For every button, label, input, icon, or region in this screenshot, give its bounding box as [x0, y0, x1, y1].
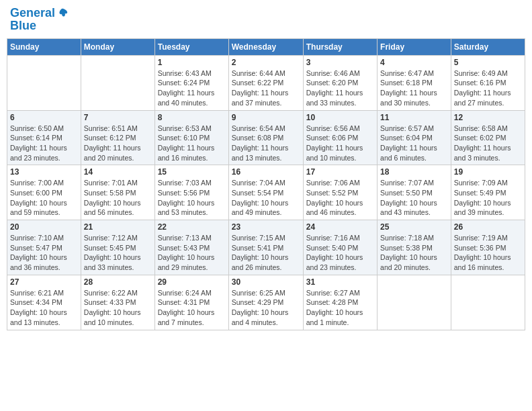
day-number: 16 — [232, 167, 300, 177]
day-number: 7 — [84, 113, 152, 122]
calendar-cell — [451, 275, 525, 330]
calendar-cell: 5Sunrise: 6:49 AMSunset: 6:16 PMDaylight… — [451, 55, 525, 110]
logo-bird-icon — [56, 7, 69, 19]
day-number: 24 — [306, 222, 374, 232]
calendar-week-row: 27Sunrise: 6:21 AMSunset: 4:34 PMDayligh… — [7, 275, 525, 330]
day-info: Sunrise: 6:44 AMSunset: 6:22 PMDaylight:… — [232, 68, 300, 108]
day-number: 6 — [10, 113, 78, 122]
day-number: 10 — [306, 113, 374, 122]
day-number: 9 — [232, 113, 300, 122]
day-info: Sunrise: 7:03 AMSunset: 5:56 PMDaylight:… — [158, 178, 226, 218]
calendar-week-row: 6Sunrise: 6:50 AMSunset: 6:14 PMDaylight… — [7, 110, 525, 165]
calendar-cell: 22Sunrise: 7:13 AMSunset: 5:43 PMDayligh… — [154, 220, 228, 275]
calendar-cell: 21Sunrise: 7:12 AMSunset: 5:45 PMDayligh… — [81, 220, 154, 275]
day-info: Sunrise: 7:16 AMSunset: 5:40 PMDaylight:… — [306, 233, 374, 273]
day-number: 8 — [158, 113, 226, 122]
calendar-cell: 9Sunrise: 6:54 AMSunset: 6:08 PMDaylight… — [228, 110, 303, 165]
weekday-header-tuesday: Tuesday — [154, 38, 228, 55]
day-info: Sunrise: 7:10 AMSunset: 5:47 PMDaylight:… — [10, 233, 78, 273]
calendar-cell: 25Sunrise: 7:18 AMSunset: 5:38 PMDayligh… — [378, 220, 451, 275]
calendar-cell: 4Sunrise: 6:47 AMSunset: 6:18 PMDaylight… — [378, 55, 451, 110]
calendar-cell: 16Sunrise: 7:04 AMSunset: 5:54 PMDayligh… — [228, 165, 303, 220]
calendar-cell: 13Sunrise: 7:00 AMSunset: 6:00 PMDayligh… — [7, 165, 81, 220]
day-info: Sunrise: 6:53 AMSunset: 6:10 PMDaylight:… — [158, 124, 226, 163]
calendar-week-row: 1Sunrise: 6:43 AMSunset: 6:24 PMDaylight… — [7, 55, 525, 110]
calendar-cell: 18Sunrise: 7:07 AMSunset: 5:50 PMDayligh… — [378, 165, 451, 220]
day-number: 27 — [10, 277, 78, 287]
day-info: Sunrise: 7:12 AMSunset: 5:45 PMDaylight:… — [84, 233, 152, 273]
day-number: 18 — [380, 167, 448, 177]
day-number: 13 — [10, 167, 78, 177]
calendar-cell: 30Sunrise: 6:25 AMSunset: 4:29 PMDayligh… — [228, 275, 303, 330]
day-info: Sunrise: 7:15 AMSunset: 5:41 PMDaylight:… — [232, 233, 300, 273]
day-info: Sunrise: 7:04 AMSunset: 5:54 PMDaylight:… — [232, 178, 300, 218]
day-info: Sunrise: 7:09 AMSunset: 5:49 PMDaylight:… — [454, 178, 522, 218]
calendar-week-row: 13Sunrise: 7:00 AMSunset: 6:00 PMDayligh… — [7, 165, 525, 220]
day-info: Sunrise: 6:25 AMSunset: 4:29 PMDaylight:… — [232, 288, 300, 328]
day-info: Sunrise: 7:18 AMSunset: 5:38 PMDaylight:… — [380, 233, 448, 273]
weekday-header-wednesday: Wednesday — [228, 38, 303, 55]
day-number: 22 — [158, 222, 226, 232]
calendar-cell: 1Sunrise: 6:43 AMSunset: 6:24 PMDaylight… — [154, 55, 228, 110]
day-info: Sunrise: 6:27 AMSunset: 4:28 PMDaylight:… — [306, 288, 374, 328]
calendar-cell — [81, 55, 154, 110]
calendar-cell: 28Sunrise: 6:22 AMSunset: 4:33 PMDayligh… — [81, 275, 154, 330]
day-number: 21 — [84, 222, 152, 232]
day-number: 31 — [306, 277, 374, 287]
weekday-header-friday: Friday — [378, 38, 451, 55]
day-info: Sunrise: 6:57 AMSunset: 6:04 PMDaylight:… — [380, 124, 448, 163]
day-info: Sunrise: 6:47 AMSunset: 6:18 PMDaylight:… — [380, 68, 448, 108]
calendar-cell: 19Sunrise: 7:09 AMSunset: 5:49 PMDayligh… — [451, 165, 525, 220]
calendar-cell: 27Sunrise: 6:21 AMSunset: 4:34 PMDayligh… — [7, 275, 81, 330]
day-info: Sunrise: 7:00 AMSunset: 6:00 PMDaylight:… — [10, 178, 78, 218]
calendar-cell: 24Sunrise: 7:16 AMSunset: 5:40 PMDayligh… — [303, 220, 377, 275]
day-info: Sunrise: 6:46 AMSunset: 6:20 PMDaylight:… — [306, 68, 374, 108]
weekday-header-thursday: Thursday — [303, 38, 377, 55]
day-info: Sunrise: 6:50 AMSunset: 6:14 PMDaylight:… — [10, 124, 78, 163]
weekday-header-saturday: Saturday — [451, 38, 525, 55]
logo-text-general: General — [10, 7, 55, 20]
calendar-cell: 6Sunrise: 6:50 AMSunset: 6:14 PMDaylight… — [7, 110, 81, 165]
day-info: Sunrise: 6:54 AMSunset: 6:08 PMDaylight:… — [232, 124, 300, 163]
calendar-cell: 26Sunrise: 7:19 AMSunset: 5:36 PMDayligh… — [451, 220, 525, 275]
weekday-header-monday: Monday — [81, 38, 154, 55]
calendar-cell — [7, 55, 81, 110]
day-number: 28 — [84, 277, 152, 287]
logo: General Blue — [10, 7, 69, 33]
day-info: Sunrise: 6:22 AMSunset: 4:33 PMDaylight:… — [84, 288, 152, 328]
day-number: 12 — [454, 113, 522, 122]
calendar-cell: 7Sunrise: 6:51 AMSunset: 6:12 PMDaylight… — [81, 110, 154, 165]
day-number: 14 — [84, 167, 152, 177]
calendar-table: SundayMondayTuesdayWednesdayThursdayFrid… — [7, 38, 525, 330]
page-header: General Blue — [7, 7, 525, 33]
day-info: Sunrise: 7:01 AMSunset: 5:58 PMDaylight:… — [84, 178, 152, 218]
day-number: 4 — [380, 58, 448, 67]
day-number: 15 — [158, 167, 226, 177]
calendar-cell: 23Sunrise: 7:15 AMSunset: 5:41 PMDayligh… — [228, 220, 303, 275]
day-info: Sunrise: 6:43 AMSunset: 6:24 PMDaylight:… — [158, 68, 226, 108]
day-info: Sunrise: 6:49 AMSunset: 6:16 PMDaylight:… — [454, 68, 522, 108]
calendar-cell: 31Sunrise: 6:27 AMSunset: 4:28 PMDayligh… — [303, 275, 377, 330]
day-info: Sunrise: 6:58 AMSunset: 6:02 PMDaylight:… — [454, 124, 522, 163]
day-number: 19 — [454, 167, 522, 177]
calendar-week-row: 20Sunrise: 7:10 AMSunset: 5:47 PMDayligh… — [7, 220, 525, 275]
calendar-cell: 8Sunrise: 6:53 AMSunset: 6:10 PMDaylight… — [154, 110, 228, 165]
day-info: Sunrise: 6:51 AMSunset: 6:12 PMDaylight:… — [84, 124, 152, 163]
day-info: Sunrise: 7:07 AMSunset: 5:50 PMDaylight:… — [380, 178, 448, 218]
day-number: 29 — [158, 277, 226, 287]
day-info: Sunrise: 7:19 AMSunset: 5:36 PMDaylight:… — [454, 233, 522, 273]
day-info: Sunrise: 6:24 AMSunset: 4:31 PMDaylight:… — [158, 288, 226, 328]
day-info: Sunrise: 7:13 AMSunset: 5:43 PMDaylight:… — [158, 233, 226, 273]
calendar-cell: 10Sunrise: 6:56 AMSunset: 6:06 PMDayligh… — [303, 110, 377, 165]
day-number: 11 — [380, 113, 448, 122]
calendar-cell: 2Sunrise: 6:44 AMSunset: 6:22 PMDaylight… — [228, 55, 303, 110]
calendar-cell: 20Sunrise: 7:10 AMSunset: 5:47 PMDayligh… — [7, 220, 81, 275]
calendar-header-row: SundayMondayTuesdayWednesdayThursdayFrid… — [7, 38, 525, 55]
day-number: 1 — [158, 58, 226, 67]
day-number: 23 — [232, 222, 300, 232]
weekday-header-sunday: Sunday — [7, 38, 81, 55]
calendar-cell: 29Sunrise: 6:24 AMSunset: 4:31 PMDayligh… — [154, 275, 228, 330]
day-number: 17 — [306, 167, 374, 177]
day-number: 20 — [10, 222, 78, 232]
day-number: 26 — [454, 222, 522, 232]
